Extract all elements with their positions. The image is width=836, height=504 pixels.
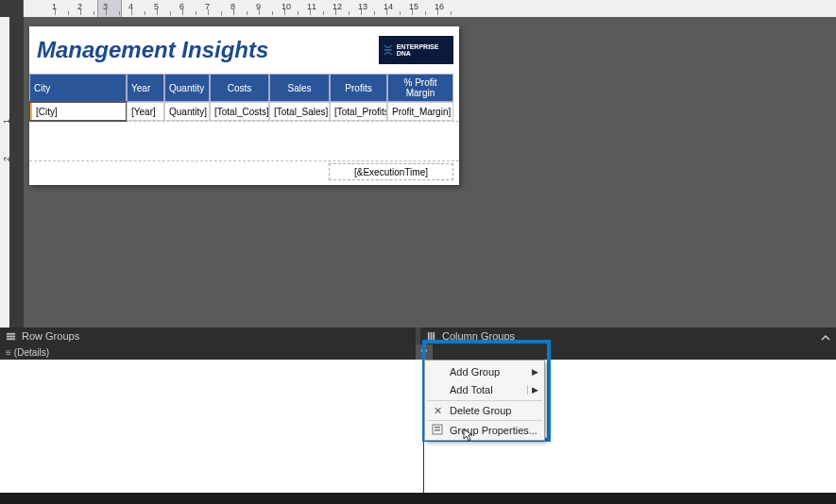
- report-surface[interactable]: Management Insights ENTERPRISE DNA City …: [29, 26, 459, 185]
- col-header-year[interactable]: Year: [127, 74, 164, 102]
- groups-collapse-chevron[interactable]: [821, 332, 830, 340]
- col-header-quantity[interactable]: Quantity: [164, 74, 210, 102]
- submenu-arrow-icon: ▶: [532, 367, 538, 377]
- row-groups-icon: [6, 331, 16, 342]
- col-header-sales[interactable]: Sales: [269, 74, 330, 102]
- menu-group-properties[interactable]: Group Properties...: [427, 420, 542, 438]
- report-tablix[interactable]: City Year Quantity Costs Sales Profits %…: [29, 74, 459, 121]
- menu-delete-group[interactable]: ✕ Delete Group: [427, 400, 542, 418]
- report-title[interactable]: Management Insights: [35, 37, 379, 63]
- svg-rect-1: [7, 335, 15, 337]
- col-header-margin[interactable]: % Profit Margin: [387, 74, 453, 102]
- groups-body[interactable]: [0, 360, 836, 493]
- status-bar: [0, 493, 836, 504]
- footer-execution-time[interactable]: [&ExecutionTime]: [329, 163, 453, 180]
- ruler-vertical[interactable]: 1 2: [0, 17, 24, 328]
- report-logo[interactable]: ENTERPRISE DNA: [379, 36, 453, 64]
- row-group-details[interactable]: ≡ (Details): [0, 344, 416, 360]
- row-groups-header[interactable]: Row Groups: [0, 328, 416, 344]
- context-menu: Add Group ▶ Add Total ▶ ✕ Delete Group G…: [424, 360, 545, 441]
- cell-sales[interactable]: [Total_Sales]: [269, 102, 330, 121]
- cell-city[interactable]: [City]: [29, 102, 127, 121]
- x-icon: ✕: [431, 405, 444, 417]
- menu-add-total[interactable]: Add Total ▶: [427, 380, 542, 398]
- ruler-corner: [0, 0, 24, 17]
- properties-icon: [431, 424, 444, 437]
- svg-rect-7: [435, 427, 440, 428]
- ruler-horizontal[interactable]: 12345678910111213141516: [24, 0, 836, 17]
- svg-rect-2: [7, 338, 15, 340]
- dna-icon: [383, 44, 394, 56]
- cell-margin[interactable]: Profit_Margin]: [387, 102, 453, 121]
- col-header-city[interactable]: City: [29, 74, 127, 102]
- cell-profits[interactable]: [Total_Profits]: [330, 102, 387, 121]
- svg-rect-0: [7, 332, 15, 334]
- col-header-profits[interactable]: Profits: [330, 74, 387, 102]
- menu-add-group[interactable]: Add Group ▶: [427, 362, 542, 380]
- design-canvas[interactable]: Management Insights ENTERPRISE DNA City …: [24, 17, 836, 328]
- cell-year[interactable]: [Year]: [127, 102, 164, 121]
- col-header-costs[interactable]: Costs: [210, 74, 269, 102]
- cell-costs[interactable]: [Total_Costs]: [210, 102, 269, 121]
- svg-rect-8: [435, 429, 440, 431]
- submenu-arrow-icon: ▶: [527, 385, 538, 395]
- cursor-icon: [463, 428, 474, 444]
- details-bar-icon: ≡: [6, 347, 10, 358]
- report-footer[interactable]: [&ExecutionTime]: [29, 160, 459, 185]
- report-body-spacer: [29, 121, 459, 160]
- cell-quantity[interactable]: Quantity]: [164, 102, 210, 121]
